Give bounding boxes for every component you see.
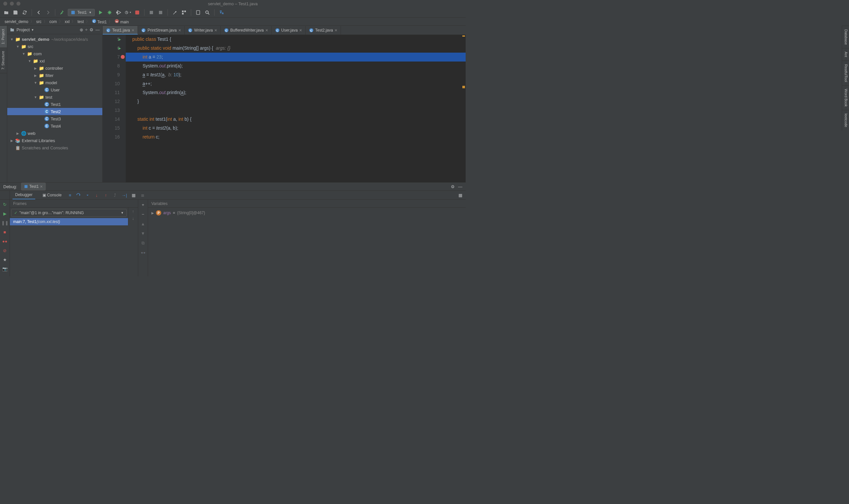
close-icon[interactable]: ×	[40, 184, 43, 189]
search-icon[interactable]	[204, 9, 211, 16]
crumb-test[interactable]: test	[76, 19, 85, 25]
debug-session-tab[interactable]: Test1 ×	[21, 183, 46, 191]
tab-debugger[interactable]: Debugger	[13, 191, 35, 199]
tree-test2[interactable]: CTest2	[7, 108, 102, 115]
editor-tab-5[interactable]: CTest2.java×	[306, 26, 341, 35]
emulator-icon[interactable]	[195, 9, 202, 16]
frames-list[interactable]: main:7, Test1 (com.xxl.test)	[10, 218, 128, 226]
crumb-src[interactable]: src	[35, 19, 43, 25]
favorites-icon[interactable]: ★	[2, 256, 8, 263]
crumb-com[interactable]: com	[48, 19, 58, 25]
add-icon[interactable]: +	[142, 202, 144, 207]
project-panel-title[interactable]: Project ▼	[16, 27, 78, 32]
run-config-selector[interactable]: Test1 ▼	[68, 9, 95, 16]
sync-icon[interactable]	[21, 9, 28, 16]
tree-com[interactable]: ▼📁com	[7, 50, 102, 57]
structure-icon[interactable]	[180, 9, 187, 16]
open-icon[interactable]	[3, 9, 10, 16]
editor-tab-4[interactable]: CUser.java×	[272, 26, 306, 35]
breakpoint-icon[interactable]	[121, 55, 125, 59]
close-icon[interactable]: ×	[132, 28, 134, 33]
tree-test4[interactable]: CTest4	[7, 122, 102, 130]
tree-root[interactable]: ▼📁servlet_demo~/workspace/idea/s	[7, 36, 102, 43]
run-icon[interactable]	[97, 9, 104, 16]
collapse-icon[interactable]: ÷	[85, 27, 88, 32]
gear-icon[interactable]: ⚙	[451, 184, 455, 189]
editor-tab-1[interactable]: CPrintStream.java×	[138, 26, 185, 35]
tree-test[interactable]: ▼📁test	[7, 93, 102, 101]
variable-row[interactable]: ▶ P args = {String[0]@467}	[151, 210, 462, 216]
editor-tab-3[interactable]: CBufferedWriter.java×	[221, 26, 272, 35]
close-light[interactable]	[3, 2, 7, 5]
crumb-class[interactable]: CTest1	[90, 18, 108, 25]
debug-icon[interactable]	[106, 9, 113, 16]
step-out-icon[interactable]: ↑	[102, 192, 110, 199]
tree-xxl[interactable]: ▼📁xxl	[7, 57, 102, 65]
resume-icon[interactable]: ▶	[2, 210, 8, 217]
tree-web[interactable]: ▶🌐web	[7, 130, 102, 137]
target-icon[interactable]: ⊕	[79, 27, 83, 32]
frame-row[interactable]: main:7, Test1 (com.xxl.test)	[10, 218, 128, 226]
tree-external[interactable]: ▶📚External Libraries	[7, 137, 102, 144]
tab-console[interactable]: ▣ Console	[40, 191, 64, 199]
pause-icon[interactable]: ❚❚	[2, 219, 8, 226]
forward-icon[interactable]	[44, 9, 52, 16]
close-icon[interactable]: ×	[265, 28, 268, 33]
evaluate-icon[interactable]: ▦	[130, 192, 137, 199]
zoom-light[interactable]	[16, 2, 20, 5]
force-step-into-icon[interactable]: ↓	[93, 192, 101, 199]
glasses-icon[interactable]: 👓	[141, 250, 146, 255]
gutter[interactable]: 5▶ 6▶ 7💡 8 9 10 11 12 13 14 15 16	[103, 35, 126, 182]
profile-icon[interactable]: ▼	[124, 9, 132, 16]
markers-bar[interactable]	[462, 35, 466, 89]
save-icon[interactable]	[12, 9, 19, 16]
run-gutter-icon[interactable]: ▶	[119, 35, 121, 44]
tree-user[interactable]: CUser	[7, 86, 102, 93]
threads-icon[interactable]: ≡	[69, 193, 71, 198]
step-into-icon[interactable]	[84, 192, 91, 199]
drop-frame-icon[interactable]: ⤴	[111, 192, 119, 199]
back-icon[interactable]	[35, 9, 42, 16]
tree-scratches[interactable]: 📋Scratches and Consoles	[7, 144, 102, 151]
crumb-project[interactable]: servlet_demo	[3, 19, 30, 25]
variables-list[interactable]: ▶ P args = {String[0]@467}	[148, 208, 466, 276]
stop-icon[interactable]	[133, 9, 141, 16]
next-frame-icon[interactable]: ↓	[132, 216, 134, 221]
update-icon[interactable]	[157, 9, 164, 16]
settings-icon[interactable]: ⚙	[2, 275, 8, 276]
tree-controller[interactable]: ▶📁controller	[7, 65, 102, 72]
step-over-icon[interactable]	[75, 192, 82, 199]
attach-icon[interactable]	[148, 9, 155, 16]
minimize-icon[interactable]: —	[458, 184, 462, 189]
thread-selector[interactable]: ✓ "main"@1 in gro…"main": RUNNING ▼	[11, 209, 127, 217]
wrench-icon[interactable]	[171, 9, 178, 16]
down-icon[interactable]: ▼	[141, 231, 145, 236]
stop-icon[interactable]: ■	[2, 229, 8, 235]
tree-filter[interactable]: ▶📁filter	[7, 72, 102, 79]
code-area[interactable]: public class Test1 { public static void …	[126, 35, 466, 182]
hammer-icon[interactable]	[58, 9, 66, 16]
minimize-light[interactable]	[10, 2, 14, 5]
run-to-cursor-icon[interactable]: →|	[121, 192, 128, 199]
editor-tab-0[interactable]: CTest1.java×	[103, 26, 138, 35]
prev-frame-icon[interactable]: ↑	[132, 209, 134, 214]
crumb-xxl[interactable]: xxl	[64, 19, 71, 25]
tab-project[interactable]: 1: Project	[0, 26, 7, 48]
trace-icon[interactable]: ≣	[139, 192, 146, 199]
close-icon[interactable]: ×	[178, 28, 181, 33]
layout-icon[interactable]: ▦	[458, 193, 462, 198]
tree-src[interactable]: ▼📁src	[7, 43, 102, 50]
close-icon[interactable]: ×	[215, 28, 217, 33]
tree-test1[interactable]: CTest1	[7, 101, 102, 108]
gear-icon[interactable]: ⚙	[90, 27, 93, 32]
close-icon[interactable]: ×	[335, 28, 337, 33]
crumb-method[interactable]: mmain	[113, 18, 130, 25]
coverage-icon[interactable]	[115, 9, 122, 16]
editor-body[interactable]: 5▶ 6▶ 7💡 8 9 10 11 12 13 14 15 16 public…	[103, 35, 466, 182]
editor-tab-2[interactable]: CWriter.java×	[185, 26, 221, 35]
up-icon[interactable]: ▲	[141, 221, 145, 226]
tree-model[interactable]: ▼📁model	[7, 79, 102, 86]
remove-icon[interactable]: −	[142, 212, 144, 217]
rerun-icon[interactable]: ↻	[2, 201, 8, 208]
minimize-icon[interactable]: —	[95, 27, 100, 32]
